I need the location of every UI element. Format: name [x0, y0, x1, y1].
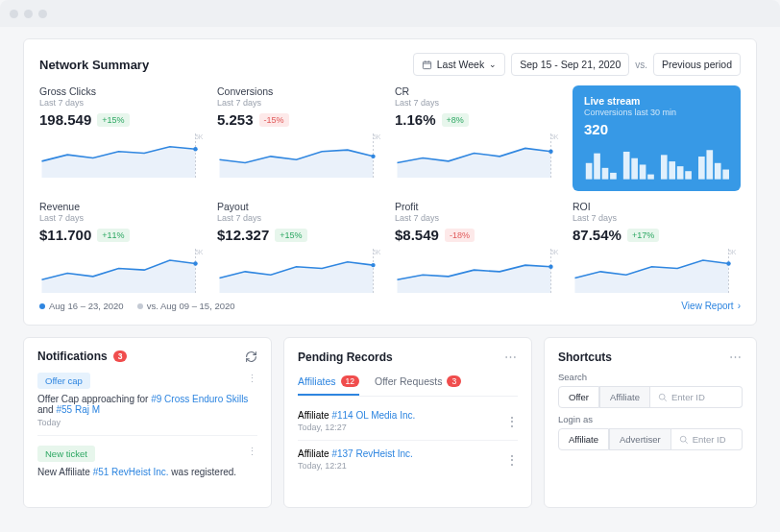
metric-subtitle: Last 7 days: [217, 213, 385, 223]
pending-link[interactable]: #137 RevHeist Inc.: [331, 448, 413, 459]
search-icon: [658, 393, 668, 402]
pending-time: Today, 12:27: [298, 423, 415, 432]
shortcuts-title: Shortcuts: [558, 351, 612, 364]
metric-sparkline: 5K: [39, 132, 207, 178]
period-dropdown[interactable]: Last Week ⌄: [413, 53, 505, 76]
view-report-link[interactable]: View Report ›: [681, 301, 741, 311]
metric-delta-badge: -15%: [259, 113, 289, 127]
pending-item: Affiliate #137 RevHeist Inc. Today, 12:2…: [298, 441, 518, 478]
live-value: 320: [584, 121, 729, 137]
svg-text:5K: 5K: [550, 249, 559, 255]
search-tab-affiliate[interactable]: Affiliate: [599, 386, 650, 408]
svg-rect-15: [631, 158, 638, 180]
svg-point-33: [548, 265, 552, 269]
notification-link[interactable]: #55 Raj M: [56, 404, 100, 415]
panel-more-icon[interactable]: ⋯: [504, 350, 518, 364]
search-label: Search: [558, 372, 743, 382]
svg-rect-12: [602, 168, 609, 180]
calendar-icon: [422, 60, 432, 70]
svg-rect-13: [610, 173, 617, 180]
login-id-input[interactable]: Enter ID: [671, 428, 743, 450]
item-more-icon[interactable]: ⋮: [247, 373, 257, 385]
metric-subtitle: Last 7 days: [395, 98, 563, 108]
svg-point-38: [659, 394, 665, 399]
shortcuts-panel: Shortcuts ⋯ Search Offer Affiliate Enter…: [544, 337, 757, 508]
metric-live-stream[interactable]: Live stream Conversions last 30 min 320: [573, 85, 741, 191]
svg-rect-16: [640, 164, 646, 179]
metric-sparkline: 5K: [395, 132, 563, 178]
metric-value: 198.549: [39, 111, 91, 128]
notification-time: Today: [37, 418, 257, 427]
chevron-down-icon: ⌄: [489, 60, 497, 69]
metric-delta-badge: +11%: [97, 229, 129, 242]
pending-item: Affiliate #114 OL Media Inc. Today, 12:2…: [298, 402, 518, 441]
compare-button[interactable]: Previous period: [653, 53, 741, 76]
window-dot: [10, 10, 18, 18]
window-titlebar: [0, 0, 780, 27]
metric-conversions[interactable]: Conversions Last 7 days 5.253 -15% 5K: [217, 85, 385, 191]
metric-title: Profit: [395, 201, 563, 212]
svg-text:5K: 5K: [728, 249, 737, 255]
metric-title: CR: [395, 85, 563, 97]
metric-sparkline: 5K: [39, 247, 207, 293]
metric-delta-badge: +17%: [627, 229, 659, 242]
metric-delta-badge: -18%: [445, 229, 475, 242]
date-range-label: Sep 15 - Sep 21, 2020: [520, 59, 621, 70]
metric-cr[interactable]: CR Last 7 days 1.16% +8% 5K: [395, 85, 563, 191]
metric-gross-clicks[interactable]: Gross Clicks Last 7 days 198.549 +15% 5K: [39, 85, 207, 191]
metric-sparkline: 5K: [217, 132, 385, 178]
metric-subtitle: Last 7 days: [217, 98, 385, 108]
chevron-right-icon: ›: [738, 301, 741, 311]
login-tab-affiliate[interactable]: Affiliate: [558, 428, 609, 450]
svg-point-36: [726, 261, 730, 265]
pending-link[interactable]: #114 OL Media Inc.: [331, 410, 415, 421]
compare-label: Previous period: [662, 59, 732, 70]
svg-text:5K: 5K: [373, 133, 381, 140]
legend-current: Aug 16 – 23, 2020: [39, 301, 124, 311]
metric-profit[interactable]: Profit Last 7 days $8.549 -18% 5K: [395, 201, 563, 293]
date-range-button[interactable]: Sep 15 - Sep 21, 2020: [511, 53, 629, 76]
svg-rect-20: [677, 166, 684, 180]
svg-rect-0: [423, 61, 430, 68]
search-id-input[interactable]: Enter ID: [650, 386, 743, 408]
pending-time: Today, 12:21: [298, 461, 413, 471]
item-more-icon[interactable]: ⋮: [506, 415, 518, 428]
svg-rect-21: [685, 171, 692, 179]
svg-text:5K: 5K: [373, 249, 381, 255]
metric-value: 5.253: [217, 111, 254, 128]
login-tab-advertiser[interactable]: Advertiser: [609, 428, 671, 450]
metric-title: Conversions: [217, 85, 385, 97]
svg-point-27: [193, 261, 197, 265]
svg-text:5K: 5K: [195, 133, 204, 140]
notification-tag: New ticket: [37, 446, 95, 462]
search-tab-offer[interactable]: Offer: [558, 386, 599, 408]
metric-delta-badge: +15%: [275, 229, 306, 242]
metric-value: $11.700: [39, 227, 91, 243]
tab-count-badge: 3: [447, 375, 461, 387]
refresh-icon[interactable]: [245, 351, 257, 363]
svg-rect-10: [586, 163, 593, 180]
notification-text: and: [37, 404, 56, 415]
svg-rect-19: [669, 161, 675, 180]
legend-compare: vs. Aug 09 – 15, 2020: [137, 301, 235, 311]
svg-rect-25: [722, 170, 729, 180]
metric-sparkline: 5K: [395, 247, 563, 293]
tab-affiliates[interactable]: Affiliates 12: [298, 372, 359, 396]
metric-roi[interactable]: ROI Last 7 days 87.54% +17% 5K: [573, 201, 741, 293]
svg-text:5K: 5K: [550, 133, 559, 140]
item-more-icon[interactable]: ⋮: [506, 453, 518, 467]
metric-revenue[interactable]: Revenue Last 7 days $11.700 +11% 5K: [39, 201, 207, 293]
metric-title: ROI: [573, 201, 741, 212]
tab-offer-requests[interactable]: Offer Requests 3: [375, 372, 461, 396]
metric-sparkline: 5K: [573, 247, 741, 293]
item-more-icon[interactable]: ⋮: [247, 446, 257, 458]
svg-rect-18: [661, 155, 668, 179]
window-dot: [24, 10, 33, 18]
metric-subtitle: Last 7 days: [573, 213, 741, 223]
notification-link[interactable]: #51 RevHeist Inc.: [93, 467, 169, 477]
metric-subtitle: Last 7 days: [395, 213, 563, 223]
metric-payout[interactable]: Payout Last 7 days $12.327 +15% 5K: [217, 201, 385, 293]
pending-prefix: Affiliate: [298, 410, 331, 421]
notification-link[interactable]: #9 Cross Enduro Skills: [151, 394, 248, 404]
panel-more-icon[interactable]: ⋯: [729, 350, 743, 364]
